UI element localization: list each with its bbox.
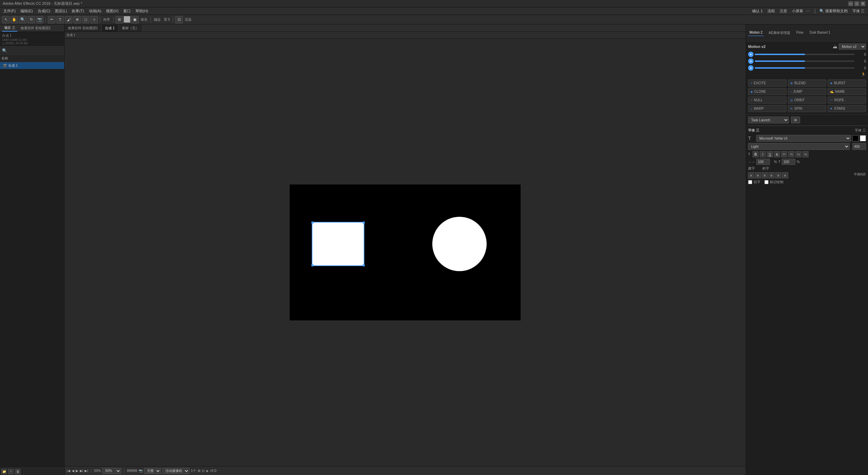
jump-button[interactable]: ↑ JUMP — [788, 88, 826, 95]
motion-person-icon[interactable]: 🏃 — [861, 72, 866, 77]
align-justify-all-button[interactable]: ≡ — [775, 172, 781, 178]
zoom-dropdown[interactable]: 50% 100% 200% — [102, 468, 121, 474]
snap-btn[interactable]: ⊞ — [115, 16, 123, 23]
task-launch-settings-btn[interactable]: ⚙ — [791, 117, 800, 123]
camera-dropdown[interactable]: 活动摄像机 — [162, 468, 189, 474]
tab-footage[interactable]: 效果控件 彩绘图层1 — [65, 25, 102, 32]
z-slider-dot[interactable]: ● — [748, 65, 754, 71]
warp-button[interactable]: ⌂ WARP — [748, 105, 786, 112]
font-style-select[interactable]: Light Regular Bold — [748, 143, 850, 150]
menu-fontsize[interactable]: 字体 三 — [850, 8, 867, 14]
project-search-bar[interactable]: 🔍 — [0, 47, 64, 55]
mark-checkbox[interactable] — [764, 180, 768, 184]
leading-input[interactable] — [782, 159, 795, 165]
tab-effects[interactable]: 效果控件 彩绘图层1 — [19, 25, 53, 31]
shape-btn[interactable]: ⊡ — [175, 16, 183, 23]
tool-clone[interactable]: ⊕ — [73, 16, 81, 23]
menu-window[interactable]: 窗口 — [121, 8, 133, 14]
minimize-button[interactable]: — — [848, 1, 853, 6]
tab-duik[interactable]: Duik Bassel:1 — [808, 30, 832, 36]
maximize-button[interactable]: □ — [854, 1, 859, 6]
tool-text[interactable]: T — [56, 16, 64, 23]
superscript-button[interactable]: Ts — [795, 151, 801, 157]
white-rectangle[interactable] — [312, 222, 364, 266]
clone-button[interactable]: ◈ CLONE — [748, 88, 786, 95]
delete-item-btn[interactable]: 🗑 — [15, 469, 20, 474]
x-slider-dot[interactable]: ● — [748, 52, 754, 57]
align-right-button[interactable]: ≡ — [762, 172, 768, 178]
y-slider-dot[interactable]: ● — [748, 58, 754, 64]
tool-camera[interactable]: 📷 — [36, 16, 43, 23]
y-slider[interactable] — [755, 60, 854, 62]
font-color-swatch[interactable] — [852, 135, 858, 141]
burst-button[interactable]: ★ BURST — [828, 80, 866, 87]
tab-motion2[interactable]: Motion 2 — [748, 30, 764, 36]
excite-button[interactable]: + EXCITE — [748, 80, 786, 87]
task-launch-dropdown[interactable]: Task Launch — [748, 117, 789, 123]
tool-hand[interactable]: ✋ — [11, 16, 18, 23]
transport-prev-frame[interactable]: ◀ — [72, 469, 74, 473]
tab-project[interactable]: 项目 三 — [2, 25, 17, 32]
italic-button[interactable]: I — [760, 151, 766, 157]
transport-first[interactable]: |◀ — [67, 469, 70, 473]
null-button[interactable]: ○ NULL — [748, 96, 786, 104]
zifu-checkbox[interactable] — [748, 180, 752, 184]
handle-bottom-right[interactable] — [363, 264, 365, 266]
align-left-button[interactable]: ≡ — [748, 172, 754, 178]
tool-rotate[interactable]: ↻ — [28, 16, 35, 23]
align-center-button[interactable]: ≡ — [755, 172, 761, 178]
channels-btn[interactable]: ◈ — [206, 469, 209, 473]
menu-confirm[interactable]: 确认 1 — [750, 8, 765, 14]
font-color-swatch-white[interactable] — [860, 135, 866, 141]
menu-note[interactable]: 注意 — [778, 8, 789, 14]
zifu-checkbox-label[interactable]: 自字 — [748, 180, 760, 184]
tool-brush[interactable]: 🖌 — [65, 16, 72, 23]
bold-button[interactable]: B — [753, 151, 759, 157]
handle-top-right[interactable] — [363, 222, 365, 224]
strikethrough-button[interactable]: S̶ — [774, 151, 780, 157]
tool-eraser[interactable]: ◻ — [82, 16, 89, 23]
z-slider[interactable] — [755, 67, 854, 69]
tab-comp1[interactable]: 合成 1 — [102, 25, 118, 32]
window-controls[interactable]: — □ ✕ — [848, 1, 865, 6]
menu-file[interactable]: 文件(F) — [1, 8, 18, 14]
close-button[interactable]: ✕ — [861, 1, 865, 6]
name-button[interactable]: ✍ NAME — [828, 88, 866, 95]
menu-expand[interactable]: >> — [806, 9, 813, 13]
transport-next-frame[interactable]: ▶| — [80, 469, 84, 473]
snapshot-btn[interactable]: 📷 — [139, 469, 143, 473]
safe-zones-btn[interactable]: ⊡ — [202, 469, 204, 473]
tool-zoom[interactable]: 🔍 — [19, 16, 26, 23]
x-slider[interactable] — [755, 54, 854, 55]
transport-play[interactable]: ▶ — [76, 469, 78, 473]
menu-flow[interactable]: 流程 — [765, 8, 777, 14]
menu-anim[interactable]: 动画(A) — [87, 8, 104, 14]
allcaps-button[interactable]: TT — [781, 151, 787, 157]
menu-effect[interactable]: 效果(T) — [70, 8, 86, 14]
font-size-input[interactable] — [852, 143, 866, 150]
new-comp-btn[interactable]: + — [8, 469, 14, 474]
tracking-input[interactable] — [756, 159, 770, 165]
tool-select[interactable]: ↖ — [2, 16, 10, 23]
menu-comp[interactable]: 合成(C) — [36, 8, 52, 14]
underline-button[interactable]: U — [767, 151, 773, 157]
subscript-button[interactable]: Ts — [802, 151, 809, 157]
new-folder-btn[interactable]: 📁 — [1, 469, 7, 474]
align-justify-button[interactable]: ≡ — [768, 172, 775, 178]
handle-top-left[interactable] — [311, 222, 313, 224]
align-force-justify-button[interactable]: ≡ — [782, 172, 788, 178]
blend-button[interactable]: ⊕ BLEND — [788, 80, 826, 87]
mark-checkbox-label[interactable]: 标记绘制 — [764, 180, 783, 184]
grid-btn[interactable]: ⊞ — [198, 469, 200, 473]
smallcaps-button[interactable]: Tt — [788, 151, 794, 157]
project-item-comp1[interactable]: 🎬 合成 1 — [0, 62, 64, 69]
fill-color[interactable] — [124, 16, 130, 23]
tool-pen[interactable]: ✏ — [48, 16, 55, 23]
orbit-button[interactable]: ◎ ORBIT — [788, 96, 826, 104]
font-family-select[interactable]: Microsoft YaHei UI — [756, 135, 851, 142]
tab-flow[interactable]: Flow — [795, 30, 805, 36]
menu-search[interactable]: 🔍 搜索帮助文档 — [817, 8, 850, 14]
tab-material[interactable]: 素材（无） — [119, 25, 143, 32]
project-search-input[interactable] — [8, 49, 62, 52]
spin-button[interactable]: ↻ SPIN — [788, 105, 826, 112]
